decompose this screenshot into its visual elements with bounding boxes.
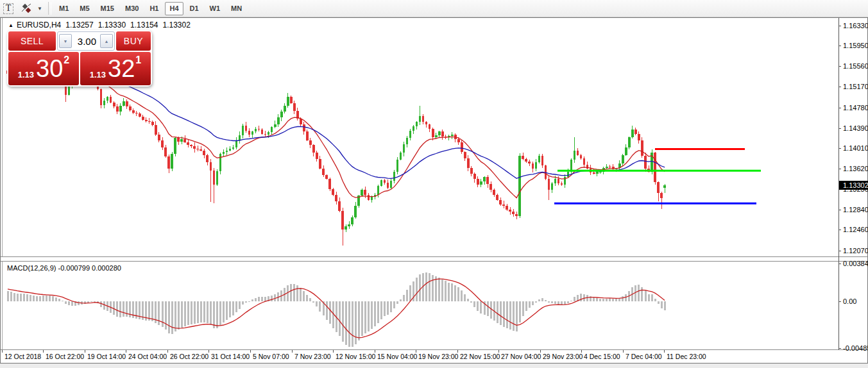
timeframe-button-m5[interactable]: M5 (75, 2, 94, 15)
pane-splitter[interactable] (1, 256, 867, 262)
sell-price-big: 30 (36, 54, 63, 83)
arrows-dropdown-caret[interactable]: ▼ (35, 2, 44, 15)
sell-price-sup: 2 (64, 54, 69, 66)
time-axis-label: 29 Nov 23:00 (543, 353, 583, 360)
timeframe-button-m15[interactable]: M15 (96, 2, 119, 15)
time-axis-label: 11 Dec 23:00 (667, 353, 706, 360)
time-axis-label: 4 Dec 15:00 (584, 353, 620, 360)
time-tick (375, 350, 375, 353)
ohlc-low: 1.13154 (130, 21, 158, 29)
chart-header: ▲EURUSD,H41.132571.133301.131541.13302 (8, 21, 191, 29)
sell-price-prefix: 1.13 (18, 70, 34, 79)
time-tick (85, 350, 85, 353)
price-axis-label: 1.16330 (843, 22, 868, 29)
time-tick (208, 350, 209, 353)
time-axis-label: 15 Nov 04:00 (377, 353, 417, 360)
price-tick (838, 301, 841, 302)
timeframe-button-m1[interactable]: M1 (55, 2, 73, 15)
price-tick (838, 263, 841, 264)
sell-price-display[interactable]: 1.13 30 2 (8, 52, 79, 85)
volume-stepper: ▼ 3.00 ▲ (57, 31, 115, 51)
time-axis-label: 27 Nov 04:00 (501, 353, 541, 360)
time-axis[interactable]: 12 Oct 201816 Oct 22:0019 Oct 14:0024 Oc… (1, 350, 838, 363)
trading-app: T ▼ M1M5M15M30H1H4D1W1MN ▲EURUSD,H41.132… (0, 0, 868, 368)
time-axis-label: 19 Nov 23:00 (418, 353, 458, 360)
time-tick (581, 350, 582, 353)
price-tick (838, 87, 841, 87)
fast-ma-line[interactable] (8, 68, 665, 197)
time-tick (292, 350, 293, 353)
price-tick (838, 230, 841, 230)
macd-label: MACD(12,26,9) -0.000799 0.000280 (7, 264, 121, 272)
price-tick (838, 251, 841, 251)
time-tick (167, 350, 168, 353)
time-tick (457, 350, 458, 353)
macd-histogram (7, 272, 666, 347)
macd-pane-canvas[interactable] (1, 262, 837, 349)
price-tick (838, 46, 841, 46)
timeframe-button-d1[interactable]: D1 (185, 2, 203, 15)
text-tool-button[interactable]: T (1, 2, 15, 15)
macd-axis-label: 0.003847 (843, 260, 868, 267)
price-axis-label: 1.12070 (843, 247, 868, 255)
price-axis-label: 1.12840 (843, 206, 868, 213)
price-axis-label: 1.14390 (843, 124, 868, 132)
candlesticks-layer (6, 62, 666, 246)
text-tool-icon: T (3, 3, 14, 14)
time-tick (664, 350, 665, 353)
buy-price-big: 32 (108, 54, 135, 83)
sell-button[interactable]: SELL (8, 31, 56, 51)
price-tick (838, 26, 841, 26)
time-axis-label: 24 Oct 04:00 (128, 353, 167, 360)
price-tick (838, 128, 841, 129)
time-tick (498, 350, 499, 353)
price-axis-label: 1.14010 (843, 144, 868, 152)
price-tick (838, 148, 841, 149)
arrows-tool-button[interactable] (18, 2, 35, 15)
price-axis-label: 1.14780 (843, 104, 868, 112)
price-axis-label: 1.15170 (843, 83, 868, 90)
time-axis-label: 16 Oct 22:00 (46, 353, 84, 360)
time-axis-label: 19 Oct 14:00 (87, 353, 126, 360)
time-axis-label: 31 Oct 14:00 (211, 353, 250, 360)
timeframe-button-m30[interactable]: M30 (121, 2, 143, 15)
time-tick (540, 350, 541, 353)
price-axis-label: 1.15950 (843, 42, 868, 49)
time-tick (2, 350, 3, 353)
time-tick (623, 350, 624, 353)
timeframe-button-h4[interactable]: H4 (165, 2, 183, 15)
trade-panel: SELL ▼ 3.00 ▲ BUY 1.13 30 2 1.13 32 1 (7, 30, 152, 87)
collapse-panel-icon[interactable]: ▲ (8, 22, 13, 28)
price-axis-label: 1.12460 (843, 226, 868, 233)
timeframe-button-h1[interactable]: H1 (145, 2, 163, 15)
buy-price-prefix: 1.13 (90, 70, 106, 79)
volume-input[interactable]: 3.00 (73, 36, 99, 47)
price-tick (838, 169, 841, 169)
price-tick (838, 210, 841, 210)
time-axis-label: 12 Nov 15:00 (336, 353, 375, 360)
time-tick (126, 350, 126, 353)
price-axis-label: 1.15560 (843, 62, 868, 70)
arrows-icon (21, 3, 32, 13)
time-axis-label: 7 Nov 23:00 (294, 353, 331, 360)
buy-button[interactable]: BUY (116, 31, 151, 51)
bottom-strip (0, 364, 868, 368)
ohlc-close: 1.13302 (162, 21, 190, 29)
time-axis-label: 12 Oct 2018 (4, 353, 41, 360)
volume-down-button[interactable]: ▼ (59, 34, 72, 48)
time-axis-label: 5 Nov 07:00 (253, 353, 289, 360)
macd-axis-label: -0.004856 (843, 344, 868, 352)
symbol-label: EURUSD,H4 (17, 21, 61, 29)
timeframe-button-mn[interactable]: MN (226, 2, 246, 15)
price-tick (838, 66, 841, 67)
price-axis-label: 1.13620 (843, 165, 868, 172)
timeframe-button-w1[interactable]: W1 (205, 2, 225, 15)
buy-price-sup: 1 (135, 54, 141, 66)
price-tick (838, 108, 841, 108)
time-axis-label: 26 Oct 22:00 (170, 353, 208, 360)
toolbar: T ▼ M1M5M15M30H1H4D1W1MN (0, 0, 868, 17)
buy-price-display[interactable]: 1.13 32 1 (80, 52, 151, 85)
volume-up-button[interactable]: ▲ (100, 34, 113, 48)
chart-window: ▲EURUSD,H41.132571.133301.131541.13302 S… (0, 17, 868, 364)
macd-axis-label: 0.00 (843, 297, 856, 305)
